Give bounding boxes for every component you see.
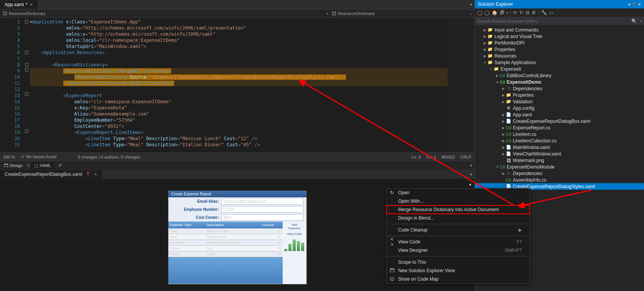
tree-item[interactable]: ▶📁Logical and Visual Tree xyxy=(475,33,644,40)
zoom-level[interactable]: 100 % xyxy=(3,155,15,159)
expander-icon[interactable]: ▾ xyxy=(495,80,499,84)
close-icon[interactable]: ✕ xyxy=(638,2,641,7)
tree-item[interactable]: ▶📁Properties xyxy=(475,46,644,53)
context-menu[interactable]: ↻OpenOpen With...Merge Resource Dictiona… xyxy=(386,188,530,284)
expander-icon[interactable]: ▶ xyxy=(501,172,506,175)
tree-item[interactable]: ▶C#LineItem.cs xyxy=(475,131,644,137)
menu-item[interactable]: Scope to This xyxy=(387,258,530,266)
expander-icon[interactable]: ▶ xyxy=(501,132,506,136)
tree-item[interactable]: ▾C#ExpenseItDemoModule xyxy=(475,164,644,170)
menu-item[interactable]: Design in Blend... xyxy=(387,214,530,222)
tree-item[interactable]: ▶📁Properties xyxy=(475,92,644,98)
tree-item[interactable]: ▾📁ExpenseIt xyxy=(475,66,644,72)
tab-overflow-dropdown[interactable]: ▾ xyxy=(470,172,474,177)
menu-item[interactable]: ↻Open xyxy=(387,188,530,197)
expander-icon[interactable]: ▶ xyxy=(501,100,506,104)
tabs-mode[interactable]: MIXED xyxy=(441,155,455,159)
scroll-up-icon[interactable]: ▴ xyxy=(469,181,471,187)
sync-icon[interactable]: ⟳ xyxy=(513,10,517,15)
tree-item[interactable]: ▶📄ViewChartWindow.xaml xyxy=(475,150,644,157)
menu-item[interactable]: Merge Resource Dictionary Into Active Do… xyxy=(387,205,530,214)
expander-icon[interactable]: ▶ xyxy=(501,93,506,97)
split-button[interactable]: ⌄ xyxy=(468,11,474,16)
tree-item[interactable]: ▶📄MainWindow.xaml xyxy=(475,144,644,150)
expander-icon[interactable]: ▶ xyxy=(501,152,506,156)
menu-item[interactable]: < >View CodeF7 xyxy=(387,238,530,246)
menu-item[interactable]: Code Cleanup▶ xyxy=(387,226,530,234)
solex-search[interactable]: 🔍 ▾ xyxy=(475,17,644,25)
preview-icon[interactable]: ▭ xyxy=(549,10,553,15)
expander-icon[interactable]: ▾ xyxy=(489,67,493,71)
search-input[interactable] xyxy=(475,17,628,25)
char-pos[interactable]: Ch: 1 xyxy=(426,155,436,159)
tree-item[interactable]: ▶C#ExpenseReport.cs xyxy=(475,124,644,131)
xaml-tab[interactable]: ▢ XAML xyxy=(30,162,55,169)
switch-views-icon[interactable]: 🗐 xyxy=(500,10,504,15)
expander-icon[interactable]: ▶ xyxy=(501,146,506,149)
expander-icon[interactable]: ▶ xyxy=(501,87,506,91)
expander-icon[interactable]: ▶ xyxy=(501,139,506,143)
menu-item[interactable]: 🗔New Solution Explorer View xyxy=(387,266,530,275)
menu-item[interactable]: ⌬Show on Code Map xyxy=(387,275,530,283)
tree-item[interactable]: ▶C#EditBoxControlLibrary xyxy=(475,72,644,79)
close-icon[interactable]: ✕ xyxy=(30,2,33,7)
expander-icon[interactable]: ▾ xyxy=(483,61,487,64)
expander-icon[interactable]: ▶ xyxy=(483,41,487,45)
alias-input[interactable]: Someone@example.com xyxy=(221,198,303,205)
home-icon[interactable]: 🏠 xyxy=(492,10,497,15)
expander-icon[interactable]: ▶ xyxy=(501,113,506,117)
view-chart-button[interactable]: View Chart xyxy=(285,231,304,236)
tree-item[interactable]: ▾C#ExpenseItDemo xyxy=(475,79,644,85)
tree-item[interactable]: ▶📄CreateExpenseReportDialogBox.xaml xyxy=(475,118,644,124)
issues-status[interactable]: ✔No issues found xyxy=(21,154,56,159)
line-ending[interactable]: CRLF xyxy=(460,155,471,159)
tab-dialog-xaml[interactable]: CreateExpenseReportDialogBox.xaml 📍 ✕ xyxy=(0,170,102,179)
pin-icon[interactable]: 📍 xyxy=(632,2,636,7)
dropdown-icon[interactable]: ▾ xyxy=(628,2,630,7)
code-editor[interactable]: 123456789101112131415161718192021 ------… xyxy=(0,18,474,152)
back-icon[interactable]: ◯ xyxy=(477,10,482,15)
tree-item[interactable]: ▶C#LineItemCollection.cs xyxy=(475,137,644,144)
minimap[interactable] xyxy=(448,18,474,152)
search-icon[interactable]: 🔍 xyxy=(628,18,640,24)
tree-item[interactable]: ⚙App.config xyxy=(475,105,644,111)
emp-input[interactable]: 57304 xyxy=(221,206,303,213)
expander-icon[interactable]: ▶ xyxy=(483,54,487,58)
forward-icon[interactable]: ◯ xyxy=(484,10,489,15)
line-pos[interactable]: Ln: 9 xyxy=(412,155,421,159)
refresh-icon[interactable]: ↻ xyxy=(519,10,523,15)
tree-item[interactable]: ▾📁Sample Applications xyxy=(475,59,644,66)
tree-item[interactable]: ▶📄App.xaml xyxy=(475,111,644,118)
tree-item[interactable]: ▶⁙Dependencies xyxy=(475,170,644,177)
tree-item[interactable]: ▶📁Validation xyxy=(475,98,644,105)
expander-icon[interactable]: ▶ xyxy=(501,119,506,123)
properties-icon[interactable]: 🔧 xyxy=(541,10,547,15)
code-content[interactable]: <Application x:Class="ExpenseItDemo.App"… xyxy=(30,18,448,152)
tree-item[interactable]: ▶📁Input and Commands xyxy=(475,26,644,33)
menu-item[interactable]: View DesignerShift+F7 xyxy=(387,246,530,255)
cost-input[interactable]: 4032 xyxy=(221,214,303,221)
nav-type-left[interactable]: ResourceDictionary xyxy=(0,11,234,16)
collapse-icon[interactable]: ⊟ xyxy=(525,10,529,15)
pin-icon[interactable]: 📍 xyxy=(84,172,92,177)
expander-icon[interactable]: ▶ xyxy=(495,74,499,78)
tree-item[interactable]: 🖼Watermark.png xyxy=(475,157,644,164)
expander-icon[interactable]: ▶ xyxy=(483,35,487,38)
tree-item[interactable]: ▶⁙Dependencies xyxy=(475,85,644,92)
nav-type-right[interactable]: ▾ ResourceDictionary xyxy=(234,11,468,16)
close-icon[interactable]: ✕ xyxy=(94,172,97,177)
tree-item[interactable]: ▶📁Resources xyxy=(475,53,644,59)
mode-overflow[interactable]: ▾ xyxy=(470,163,474,168)
popout-icon[interactable]: ↗ xyxy=(55,163,65,168)
add-expense-button[interactable]: Add Expense xyxy=(285,222,304,231)
menu-item[interactable]: Open With... xyxy=(387,197,530,205)
expander-icon[interactable]: ▶ xyxy=(501,126,506,130)
expander-icon[interactable]: ▾ xyxy=(495,165,499,169)
changes[interactable]: 0 changes | 0 authors, 0 changes xyxy=(78,155,140,159)
expander-icon[interactable]: ▶ xyxy=(483,48,487,51)
tab-overflow-dropdown[interactable]: ▾ xyxy=(470,2,474,7)
tree-item[interactable]: ▶📁PerMonitorDPI xyxy=(475,40,644,46)
show-all-icon[interactable]: 🗏 xyxy=(532,10,536,15)
fold-gutter[interactable]: ------ xyxy=(23,18,30,152)
design-tab[interactable]: 🗔 Design xyxy=(0,162,26,169)
